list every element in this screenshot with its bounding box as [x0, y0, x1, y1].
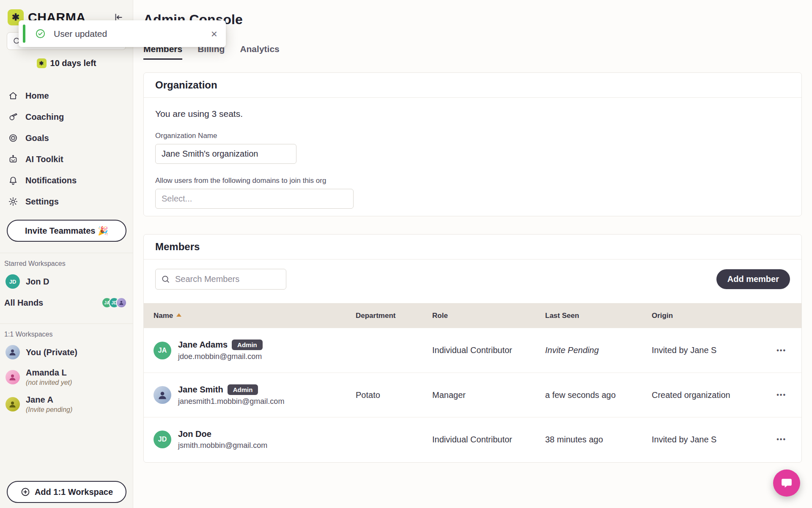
- members-table-header: Name Department Role Last Seen Origin: [144, 303, 801, 328]
- member-origin: Created organization: [652, 390, 753, 400]
- workspace-status-note: (not invited yet): [26, 379, 72, 387]
- chat-widget-button[interactable]: [773, 469, 800, 497]
- sidebar-item-coaching[interactable]: Coaching: [0, 106, 133, 127]
- person-icon: [118, 300, 124, 306]
- avatar: [5, 345, 20, 359]
- avatar: [5, 370, 20, 384]
- nav-label: Settings: [25, 197, 59, 207]
- allowed-domains-select[interactable]: [155, 189, 354, 209]
- avatar: JD: [154, 431, 171, 448]
- trial-badge-label: 10 days left: [50, 58, 96, 68]
- members-card: Members Add member Name Department Role …: [143, 234, 802, 463]
- toast-close-button[interactable]: ×: [211, 28, 217, 39]
- tab-analytics[interactable]: Analytics: [240, 44, 279, 60]
- workspace-label: Jane A: [26, 395, 72, 405]
- member-email: janesmith1.mobbin@gmail.com: [178, 397, 284, 406]
- workspace-label: Jon D: [26, 277, 49, 287]
- home-icon: [8, 91, 18, 101]
- whistle-icon: [8, 112, 18, 122]
- search-icon: [161, 274, 170, 284]
- column-header-department[interactable]: Department: [356, 312, 432, 320]
- column-header-origin[interactable]: Origin: [652, 312, 753, 320]
- organization-name-input[interactable]: [155, 144, 296, 164]
- admin-badge: Admin: [232, 340, 263, 350]
- column-header-name[interactable]: Name: [154, 312, 173, 320]
- add-workspace-button[interactable]: Add 1:1 Workspace: [7, 481, 126, 503]
- target-icon: [8, 133, 18, 143]
- person-icon: [8, 348, 17, 356]
- sidebar-item-home[interactable]: Home: [0, 85, 133, 106]
- avatar: JD: [5, 274, 20, 289]
- sidebar-item-ai-toolkit[interactable]: AI Toolkit: [0, 149, 133, 170]
- member-last-seen: Invite Pending: [545, 345, 652, 355]
- sidebar-item-settings[interactable]: Settings: [0, 191, 133, 212]
- member-role: Manager: [432, 390, 545, 400]
- workspace-item-all-hands[interactable]: All Hands JA JD: [0, 293, 133, 312]
- column-header-role[interactable]: Role: [432, 312, 545, 320]
- workspace-status-note: (Invite pending): [26, 406, 72, 414]
- workspace-item-jane-a[interactable]: Jane A (Invite pending): [0, 391, 133, 418]
- organization-card-title: Organization: [144, 73, 801, 98]
- row-menu-button[interactable]: •••: [774, 344, 789, 357]
- allowed-domains-label: Allow users from the following domains t…: [155, 177, 790, 185]
- avatar: [5, 397, 20, 411]
- workspace-item-you-private[interactable]: You (Private): [0, 341, 133, 364]
- add-workspace-label: Add 1:1 Workspace: [35, 487, 113, 497]
- avatar: [116, 297, 127, 308]
- member-name: Jane Smith: [178, 385, 223, 395]
- invite-teammates-button[interactable]: Invite Teammates 🎉: [7, 220, 126, 242]
- workspace-label: Amanda L: [26, 368, 72, 378]
- person-icon: [8, 400, 17, 409]
- admin-badge: Admin: [228, 384, 258, 395]
- members-search-input[interactable]: [155, 269, 286, 290]
- nav-label: Notifications: [25, 176, 77, 185]
- members-search: [155, 269, 286, 290]
- toast-notification: User updated ×: [19, 20, 226, 47]
- member-email: jsmith.mobbin@gmail.com: [178, 441, 267, 450]
- starred-workspaces-heading: Starred Workspaces: [0, 253, 133, 270]
- one-on-one-workspaces-heading: 1:1 Workspaces: [0, 324, 133, 341]
- nav-label: AI Toolkit: [25, 155, 63, 164]
- member-origin: Invited by Jane S: [652, 435, 753, 444]
- logo-star-glyph: ✱: [12, 12, 19, 23]
- sidebar-item-goals[interactable]: Goals: [0, 127, 133, 149]
- seats-usage-text: You are using 3 seats.: [155, 109, 790, 119]
- trial-badge: ✱ 10 days left: [0, 58, 133, 68]
- member-role: Individual Contributor: [432, 345, 545, 355]
- bell-icon: [8, 175, 18, 185]
- check-circle-icon: [35, 28, 46, 39]
- avatar-group: JA JD: [102, 297, 127, 308]
- organization-name-label: Organization Name: [155, 132, 790, 140]
- toast-accent-bar: [23, 25, 25, 43]
- nav-label: Coaching: [25, 112, 64, 122]
- member-last-seen: 38 minutes ago: [545, 435, 652, 444]
- main-content: Admin Console Members Billing Analytics …: [133, 0, 812, 508]
- members-card-title: Members: [144, 235, 801, 260]
- sidebar: ✱ CHARMA ✱ 10 days left Home Coaching Go…: [0, 0, 133, 508]
- workspace-label: You (Private): [26, 348, 77, 357]
- member-department: Potato: [356, 390, 432, 400]
- row-menu-button[interactable]: •••: [774, 389, 789, 401]
- add-member-button[interactable]: Add member: [716, 269, 790, 289]
- member-origin: Invited by Jane S: [652, 345, 753, 355]
- column-header-last-seen[interactable]: Last Seen: [545, 312, 652, 320]
- member-row-jane-adams: JA Jane Adams Admin jdoe.mobbin@gmail.co…: [144, 328, 801, 373]
- robot-icon: [8, 154, 18, 164]
- avatar: [154, 386, 171, 404]
- workspace-item-jon-d[interactable]: JD Jon D: [0, 270, 133, 293]
- nav-label: Home: [25, 91, 49, 101]
- row-menu-button[interactable]: •••: [774, 433, 789, 446]
- gear-icon: [8, 196, 18, 207]
- toast-message: User updated: [54, 29, 107, 39]
- sidebar-nav: Home Coaching Goals AI Toolkit Notificat…: [0, 85, 133, 212]
- workspace-label: All Hands: [4, 298, 43, 308]
- member-role: Individual Contributor: [432, 435, 545, 444]
- person-icon: [8, 373, 17, 381]
- sidebar-item-notifications[interactable]: Notifications: [0, 170, 133, 191]
- member-name: Jon Doe: [178, 429, 211, 439]
- avatar: JA: [154, 342, 171, 359]
- workspace-item-amanda-l[interactable]: Amanda L (not invited yet): [0, 364, 133, 391]
- plus-circle-icon: [20, 487, 30, 497]
- member-name: Jane Adams: [178, 340, 228, 350]
- nav-label: Goals: [25, 133, 49, 143]
